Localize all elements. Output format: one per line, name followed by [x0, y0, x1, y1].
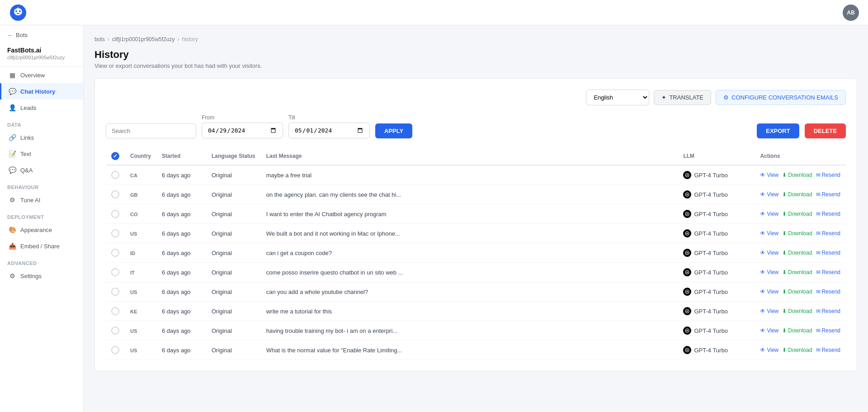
row-language-3: Original	[206, 224, 261, 243]
checkbox-5[interactable]	[111, 268, 119, 276]
view-link-4[interactable]: 👁 View	[760, 250, 778, 256]
checkbox-4[interactable]	[111, 249, 119, 257]
translate-button[interactable]: ✦ TRANSLATE	[654, 90, 711, 105]
header-country: Country	[125, 147, 156, 165]
view-link-9[interactable]: 👁 View	[760, 347, 778, 353]
row-message-1: on the agency plan. can my clients see t…	[261, 185, 678, 204]
header-started: Started	[156, 147, 206, 165]
row-llm-1: GPT-4 Turbo	[678, 185, 755, 204]
sidebar-item-links[interactable]: 🔗 Links	[0, 129, 83, 146]
row-language-2: Original	[206, 204, 261, 224]
export-button[interactable]: EXPORT	[757, 123, 799, 138]
download-icon-3: ⬇	[782, 230, 787, 237]
openai-icon-2	[683, 210, 691, 218]
page-title: History	[94, 49, 857, 61]
row-started-1: 6 days ago	[156, 185, 206, 204]
sidebar-item-chat-history[interactable]: 💬 Chat History	[0, 83, 83, 99]
download-link-2[interactable]: ⬇ Download	[782, 211, 812, 217]
resend-icon-4: ✉	[816, 250, 821, 256]
checkbox-3[interactable]	[111, 229, 119, 237]
sidebar-item-overview[interactable]: ▦ Overview	[0, 67, 83, 83]
download-link-1[interactable]: ⬇ Download	[782, 191, 812, 198]
sidebar-label-links: Links	[20, 134, 34, 141]
view-link-7[interactable]: 👁 View	[760, 308, 778, 314]
user-avatar[interactable]: AB	[843, 5, 859, 21]
download-icon-7: ⬇	[782, 308, 787, 314]
table-body: CA 6 days ago Original maybe a free tria…	[106, 165, 846, 360]
resend-link-6[interactable]: ✉ Resend	[816, 289, 840, 295]
openai-icon-7	[683, 307, 691, 315]
sidebar-item-appearance[interactable]: 🎨 Appearance	[0, 222, 83, 238]
resend-link-7[interactable]: ✉ Resend	[816, 308, 840, 314]
sidebar-item-embed-share[interactable]: 📤 Embed / Share	[0, 238, 83, 254]
topbar: AB	[0, 0, 868, 25]
checkbox-7[interactable]	[111, 307, 119, 315]
view-link-2[interactable]: 👁 View	[760, 211, 778, 217]
sidebar-label-tune-ai: Tune AI	[20, 197, 40, 204]
download-link-9[interactable]: ⬇ Download	[782, 347, 812, 353]
resend-link-8[interactable]: ✉ Resend	[816, 327, 840, 334]
resend-link-9[interactable]: ✉ Resend	[816, 347, 840, 353]
apply-button[interactable]: APPLY	[375, 123, 412, 138]
view-link-0[interactable]: 👁 View	[760, 172, 778, 178]
conversations-table: ✓ Country Started Language Status Last M…	[106, 147, 846, 360]
from-date-input[interactable]	[202, 123, 283, 138]
resend-link-2[interactable]: ✉ Resend	[816, 211, 840, 217]
checkbox-0[interactable]	[111, 171, 119, 179]
sidebar-item-tune-ai[interactable]: ⚙ Tune AI	[0, 192, 83, 208]
resend-link-1[interactable]: ✉ Resend	[816, 191, 840, 198]
back-to-bots[interactable]: ← Bots	[0, 25, 83, 43]
sidebar-label-qa: Q&A	[20, 167, 33, 174]
breadcrumb-bot-id[interactable]: cllfji1rp0001pr905w5f2uzy	[112, 36, 175, 43]
download-link-7[interactable]: ⬇ Download	[782, 308, 812, 314]
sidebar-item-leads[interactable]: 👤 Leads	[0, 99, 83, 116]
checkbox-6[interactable]	[111, 288, 119, 296]
sidebar-label-overview: Overview	[20, 72, 45, 79]
resend-link-4[interactable]: ✉ Resend	[816, 250, 840, 256]
download-link-5[interactable]: ⬇ Download	[782, 269, 812, 275]
download-link-0[interactable]: ⬇ Download	[782, 172, 812, 178]
row-message-5: come posso inserire questo chatbot in un…	[261, 263, 678, 282]
download-icon-8: ⬇	[782, 327, 787, 334]
eye-icon-9: 👁	[760, 347, 765, 353]
checkbox-8[interactable]	[111, 327, 119, 335]
select-all-checkbox[interactable]: ✓	[111, 152, 119, 160]
text-icon: 📝	[9, 150, 16, 157]
download-link-6[interactable]: ⬇ Download	[782, 289, 812, 295]
breadcrumb-bots[interactable]: bots	[94, 36, 105, 43]
view-link-5[interactable]: 👁 View	[760, 269, 778, 275]
llm-name-9: GPT-4 Turbo	[694, 347, 727, 354]
checkbox-9[interactable]	[111, 346, 119, 354]
row-started-2: 6 days ago	[156, 204, 206, 224]
download-icon-1: ⬇	[782, 191, 787, 198]
resend-link-5[interactable]: ✉ Resend	[816, 269, 840, 275]
row-started-3: 6 days ago	[156, 224, 206, 243]
view-link-8[interactable]: 👁 View	[760, 327, 778, 334]
row-llm-8: GPT-4 Turbo	[678, 321, 755, 341]
sidebar-label-text: Text	[20, 151, 31, 157]
till-date-input[interactable]	[288, 123, 370, 138]
sidebar-item-text[interactable]: 📝 Text	[0, 146, 83, 162]
translate-label: TRANSLATE	[669, 94, 703, 101]
eye-icon-1: 👁	[760, 191, 765, 198]
checkbox-1[interactable]	[111, 190, 119, 199]
delete-button[interactable]: DELETE	[805, 123, 846, 138]
download-link-8[interactable]: ⬇ Download	[782, 327, 812, 334]
leads-icon: 👤	[9, 104, 16, 111]
download-link-4[interactable]: ⬇ Download	[782, 250, 812, 256]
language-select[interactable]: English Spanish French	[586, 90, 649, 105]
bot-info: FastBots.ai cllfji1rp0001pr905w5f2uzy	[0, 43, 83, 67]
download-link-3[interactable]: ⬇ Download	[782, 230, 812, 237]
view-link-3[interactable]: 👁 View	[760, 230, 778, 237]
sidebar-item-settings[interactable]: ⚙ Settings	[0, 268, 83, 284]
configure-emails-button[interactable]: ⚙ CONFIGURE CONVERSATION EMAILS	[716, 90, 846, 105]
sidebar-item-qa[interactable]: 💬 Q&A	[0, 162, 83, 178]
openai-icon-4	[683, 249, 691, 257]
checkbox-2[interactable]	[111, 210, 119, 218]
view-link-6[interactable]: 👁 View	[760, 289, 778, 295]
search-input[interactable]	[106, 123, 196, 138]
row-message-6: can you add a whole youtube channel?	[261, 282, 678, 302]
resend-link-0[interactable]: ✉ Resend	[816, 172, 840, 178]
resend-link-3[interactable]: ✉ Resend	[816, 230, 840, 237]
view-link-1[interactable]: 👁 View	[760, 191, 778, 198]
